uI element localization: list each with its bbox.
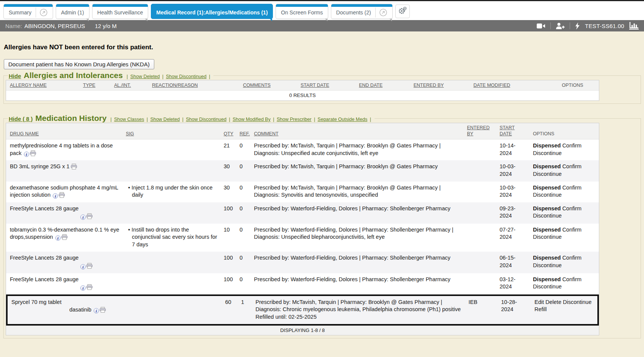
col-drug-name[interactable]: DRUG NAME [6,129,122,139]
popout-icon[interactable] [379,8,387,17]
info-icon[interactable]: i [53,193,58,199]
add-person-icon[interactable] [556,23,565,29]
col-comment[interactable]: COMMENT [250,129,463,139]
environment-code: TEST-SS61.00 [585,23,624,29]
dispensed-status: Dispensed [533,227,561,233]
nkda-button[interactable]: Document patient has No Known Drug Aller… [4,59,154,69]
discontinue-link[interactable]: Discontinue [533,234,562,240]
delete-link[interactable]: Delete [545,299,561,305]
options-cell: Edit Delete Discontinue Refill [531,296,597,324]
tab-documents[interactable]: Documents (2) [331,4,393,19]
start-date-cell: 10-03-2024 [496,182,529,202]
drug-name-cell: FreeStyle Lancets 28 gauge i [6,252,122,273]
entered-by-cell [463,160,496,181]
tab-label: On Screen Forms [281,9,323,16]
col-start-date[interactable]: START DATE [297,80,355,90]
show-discontinued-link[interactable]: Show Discontinued [186,117,226,122]
options-cell: Dispensed Confirm Discontinue [529,182,599,202]
settings-button[interactable] [395,5,410,18]
tab-on-screen-forms[interactable]: On Screen Forms [276,4,328,19]
show-deleted-link[interactable]: Show Deleted [130,74,160,79]
confirm-link[interactable]: Confirm [562,185,581,191]
refilled-until-note: Refilled until: 02-25-2025 [255,313,463,321]
lightning-icon[interactable] [575,22,580,30]
print-icon[interactable] [86,263,92,269]
qty-cell: 100 [220,202,236,224]
confirm-link[interactable]: Confirm [562,227,581,233]
start-date-cell: 10-14-2024 [496,139,529,160]
allergies-hide-link[interactable]: Hide [9,73,21,79]
allergies-section: Hide Allergies and Intolerances | Show D… [3,71,641,104]
qty-cell: 21 [220,139,236,160]
tab-health-surveillance[interactable]: Health Surveillance [92,4,149,19]
sig-cell: Inject 1.8 mg under the skin once daily [122,182,220,202]
discontinue-link[interactable]: Discontinue [533,171,562,177]
print-icon[interactable] [30,150,36,156]
print-icon[interactable] [86,284,92,290]
col-type[interactable]: TYPE [79,80,110,90]
col-qty[interactable]: QTY [220,129,236,139]
popout-icon[interactable] [39,8,48,17]
show-prescriber-link[interactable]: Show Prescriber [277,117,312,122]
print-icon[interactable] [100,307,106,313]
info-icon[interactable]: i [80,264,86,269]
discontinue-link[interactable]: Discontinue [533,150,562,156]
info-icon[interactable]: i [24,152,29,157]
camera-icon[interactable] [537,23,545,29]
discontinue-link[interactable]: Discontinue [563,299,592,305]
col-al-int[interactable]: AL./INT. [110,80,148,90]
print-icon[interactable] [86,213,92,219]
show-discontinued-link[interactable]: Show Discontinued [166,74,207,79]
confirm-link[interactable]: Confirm [562,142,581,149]
show-classes-link[interactable]: Show Classes [114,117,144,122]
print-icon[interactable] [61,234,67,240]
medications-hide-link[interactable]: Hide ( 8 ) [9,116,33,122]
dispensed-status: Dispensed [533,163,561,169]
discontinue-link[interactable]: Discontinue [533,192,562,198]
confirm-link[interactable]: Confirm [562,276,581,282]
col-ref[interactable]: REF. [236,129,250,139]
tab-admin[interactable]: Admin (1) [56,4,89,19]
tab-label: Admin (1) [61,9,84,16]
print-icon[interactable] [59,192,65,198]
print-icon[interactable] [71,164,77,169]
refill-link[interactable]: Refill [534,306,547,312]
info-icon[interactable]: i [94,308,99,313]
show-modified-by-link[interactable]: Show Modified By [233,117,271,122]
start-date-cell: 10-28-2024 [497,296,531,324]
info-icon[interactable]: i [80,285,86,291]
discontinue-link[interactable]: Discontinue [533,283,562,290]
medication-row: tobramycin 0.3 %-dexamethasone 0.1 % eye… [6,224,599,252]
col-reaction-reason[interactable]: REACTION/REASON [148,80,239,90]
dispensed-status: Dispensed [533,185,561,191]
allergies-table: ALLERGY NAME TYPE AL./INT. REACTION/REAS… [6,80,599,101]
separate-outside-meds-link[interactable]: Separate Outside Meds [318,117,367,122]
ref-cell: 0 [236,273,250,294]
confirm-link[interactable]: Confirm [562,255,581,261]
confirm-link[interactable]: Confirm [562,163,581,169]
edit-link[interactable]: Edit [534,299,544,305]
col-allergy-name[interactable]: ALLERGY NAME [6,80,79,90]
col-end-date[interactable]: END DATE [355,80,410,90]
tab-medical-record-allergies-medications[interactable]: Medical Record (1):Allergies/Medications… [151,4,273,19]
info-icon[interactable]: i [55,235,61,241]
col-entered-by[interactable]: ENTERED BY [410,80,470,90]
discontinue-link[interactable]: Discontinue [533,262,562,268]
qty-cell: 30 [220,160,236,181]
col-sig[interactable]: SIG [122,129,220,139]
medications-table: DRUG NAME SIG QTY REF. COMMENT ENTERED B… [6,123,599,335]
col-entered-by[interactable]: ENTERED BY [463,123,496,139]
info-icon[interactable]: i [80,215,86,220]
col-comments[interactable]: COMMENTS [239,80,297,90]
confirm-link[interactable]: Confirm [562,205,581,211]
col-options: OPTIONS [529,129,599,139]
show-deleted-link[interactable]: Show Deleted [150,117,180,122]
chart-icon[interactable] [629,22,639,30]
start-date-cell: 06-15-2024 [496,252,529,273]
tab-summary[interactable]: Summary [3,4,53,19]
dispensed-status: Dispensed [533,142,561,149]
discontinue-link[interactable]: Discontinue [533,213,562,219]
col-start-date[interactable]: START DATE [496,123,529,139]
sig-cell [122,252,220,273]
col-date-modified[interactable]: DATE MODIFIED [470,80,544,90]
